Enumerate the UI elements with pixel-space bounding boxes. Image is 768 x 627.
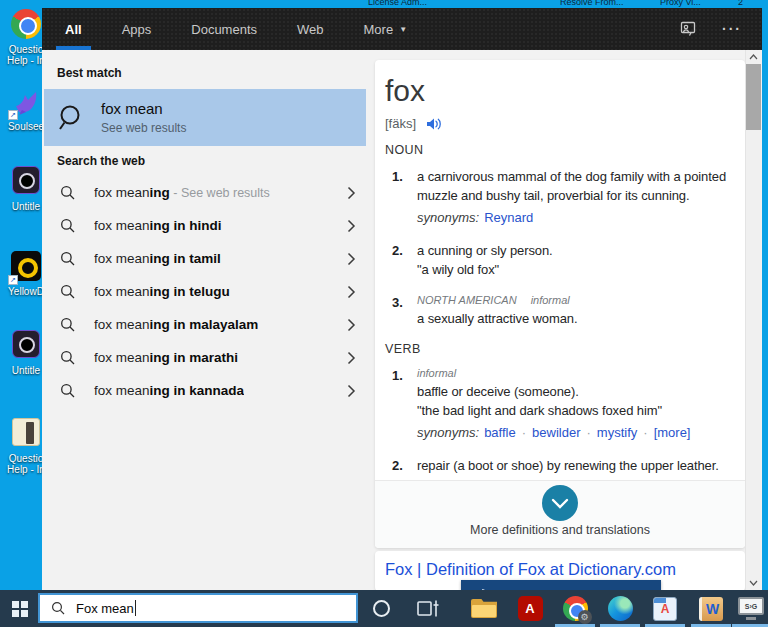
search-icon	[60, 218, 75, 233]
chrome-icon[interactable]: ⚙	[558, 590, 592, 627]
definition-text: a cunning or sly person.	[417, 241, 743, 260]
dictionary-entry: 2. repair (a boot or shoe) by renewing t…	[375, 456, 745, 475]
desktop-label-partial: 2	[738, 0, 743, 7]
more-options-icon[interactable]: ···	[722, 21, 742, 37]
register-tags: informal	[417, 366, 743, 380]
task-view-icon[interactable]	[411, 590, 445, 627]
web-suggestion-row[interactable]: fox meaning in kannada	[42, 374, 370, 407]
search-icon	[60, 284, 75, 299]
edge-icon[interactable]	[603, 590, 637, 627]
web-suggestion-row[interactable]: fox meaning in malayalam	[42, 308, 370, 341]
best-match-subtitle: See web results	[101, 121, 186, 135]
taskbar: Fox mean A⚙AWS›G	[0, 590, 768, 627]
search-tabs-bar: AllAppsDocumentsWebMore▼ ···	[42, 8, 762, 50]
register-tags: NORTH AMERICANinformal	[417, 293, 743, 307]
entry-number: 3.	[375, 293, 417, 328]
usage-example: "the bad light and dark shadows foxed hi…	[417, 401, 743, 420]
expand-definitions-button[interactable]	[542, 485, 578, 521]
tabs: AllAppsDocumentsWebMore▼	[56, 8, 438, 50]
synonym-link[interactable]: Reynard	[484, 210, 533, 225]
search-icon	[51, 601, 65, 615]
result-link[interactable]: Fox | Definition of Fox at Dictionary.co…	[375, 551, 745, 579]
insert-suggestion-chevron-icon[interactable]	[347, 351, 356, 365]
desktop-top-labels: License Adm...Resolve From...Proxy Vi...…	[0, 0, 768, 8]
definition-text: a carnivorous mammal of the dog family w…	[417, 167, 743, 205]
results-scrollbar[interactable]	[745, 50, 761, 590]
dropdown-arrow-icon: ▼	[399, 25, 407, 34]
entry-number: 1.	[375, 366, 417, 442]
search-icon	[60, 251, 75, 266]
insert-suggestion-chevron-icon[interactable]	[347, 219, 356, 233]
shortcut-arrow-icon: ↗	[8, 110, 18, 120]
tab-all[interactable]: All	[56, 8, 91, 50]
search-web-header: Search the web	[57, 154, 145, 168]
definition-text: repair (a boot or shoe) by renewing the …	[417, 456, 743, 475]
tab-apps[interactable]: Apps	[113, 8, 161, 50]
definition-text: a sexually attractive woman.	[417, 309, 743, 328]
insert-suggestion-chevron-icon[interactable]	[347, 252, 356, 266]
dictionary-app-icon[interactable]: A	[648, 590, 682, 627]
search-icon	[60, 317, 75, 332]
web-suggestion-row[interactable]: fox meaning - See web results	[42, 176, 370, 209]
scroll-down-icon[interactable]	[746, 576, 761, 590]
web-suggestions-list: fox meaning - See web results fox meanin…	[42, 176, 370, 407]
synonym-link[interactable]: [more]	[654, 425, 691, 440]
dictionary-card: fox [fäks] NOUN 1. a carnivorous mammal …	[375, 60, 745, 548]
synonym-link[interactable]: baffle	[484, 425, 516, 440]
header-actions: ···	[680, 8, 742, 50]
scrollbar-thumb[interactable]	[746, 64, 761, 130]
taskbar-search-input[interactable]: Fox mean	[38, 593, 358, 623]
insert-suggestion-chevron-icon[interactable]	[347, 186, 356, 200]
insert-suggestion-chevron-icon[interactable]	[347, 384, 356, 398]
entry-number: 2.	[375, 241, 417, 279]
desktop-label-partial: License Adm...	[368, 0, 427, 7]
definition-text: baffle or deceive (someone).	[417, 382, 743, 401]
pronunciation: [fäks]	[385, 116, 416, 131]
cortana-icon[interactable]	[364, 590, 398, 627]
noun-label: NOUN	[375, 143, 745, 157]
adobe-acrobat-icon[interactable]: A	[513, 590, 547, 627]
tab-documents[interactable]: Documents	[182, 8, 266, 50]
speaker-icon[interactable]	[426, 117, 443, 131]
noun-entries: 1. a carnivorous mammal of the dog famil…	[375, 167, 745, 328]
desktop-label-partial: Resolve From...	[560, 0, 624, 7]
search-icon	[60, 185, 75, 200]
feedback-icon[interactable]	[680, 21, 698, 37]
usage-example: "a wily old fox"	[417, 260, 743, 279]
search-icon	[57, 103, 87, 133]
synonym-link[interactable]: bewilder	[532, 425, 580, 440]
dictionary-entry: 1. informalbaffle or deceive (someone)."…	[375, 366, 745, 442]
dictionary-entry: 3. NORTH AMERICANinformala sexually attr…	[375, 293, 745, 328]
best-match-result[interactable]: fox mean See web results	[44, 89, 366, 146]
desktop-label-partial: Proxy Vi...	[660, 0, 701, 7]
search-flyout-panel: AllAppsDocumentsWebMore▼ ··· Best match …	[42, 8, 762, 590]
entry-number: 2.	[375, 456, 417, 475]
web-suggestion-row[interactable]: fox meaning in telugu	[42, 275, 370, 308]
dictionary-word: fox	[375, 60, 745, 108]
tab-more[interactable]: More▼	[355, 8, 417, 50]
screentogif-icon[interactable]: S›G	[734, 590, 768, 627]
search-input-value: Fox mean	[76, 601, 134, 616]
search-icon	[60, 350, 75, 365]
web-suggestion-row[interactable]: fox meaning in hindi	[42, 209, 370, 242]
shortcut-arrow-icon: ↗	[8, 275, 18, 285]
synonym-link[interactable]: mystify	[597, 425, 637, 440]
web-suggestion-row[interactable]: fox meaning in marathi	[42, 341, 370, 374]
tab-web[interactable]: Web	[288, 8, 333, 50]
windows-desktop: License Adm...Resolve From...Proxy Vi...…	[0, 0, 768, 627]
verb-label: VERB	[375, 342, 745, 356]
wordweb-icon[interactable]: W	[694, 590, 728, 627]
best-match-header: Best match	[57, 66, 122, 80]
entry-number: 1.	[375, 167, 417, 227]
search-results-body: Best match fox mean See web results Sear…	[42, 50, 762, 590]
web-suggestion-row[interactable]: fox meaning in tamil	[42, 242, 370, 275]
insert-suggestion-chevron-icon[interactable]	[347, 285, 356, 299]
start-button[interactable]	[0, 590, 40, 627]
file-explorer-icon[interactable]	[467, 590, 501, 627]
insert-suggestion-chevron-icon[interactable]	[347, 318, 356, 332]
synonyms-line: synonyms:baffle·bewilder·mystify·[more]	[417, 423, 743, 442]
best-match-title: fox mean	[101, 100, 186, 117]
dictionary-entry: 1. a carnivorous mammal of the dog famil…	[375, 167, 745, 227]
dictionary-card-footer: More definitions and translations	[375, 480, 745, 548]
scroll-up-icon[interactable]	[746, 50, 761, 64]
